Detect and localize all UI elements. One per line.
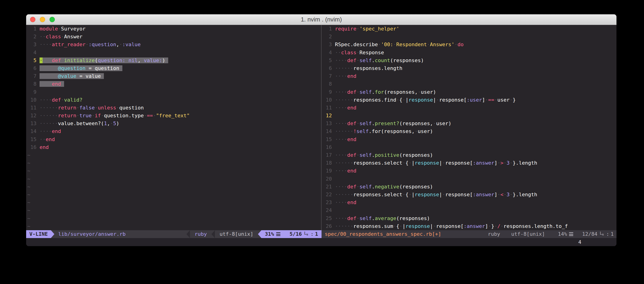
code-line-14[interactable]: 14 ······!self.for(responses,·user) [323, 128, 616, 135]
code-line-12[interactable]: 12 ······return·true·if·question.type·==… [27, 112, 321, 120]
line-number: 8 [323, 81, 335, 87]
code-line-25[interactable]: 25 ····def·self.average(responses) [323, 215, 616, 222]
line-number: 1 [27, 26, 40, 32]
code-line-14[interactable]: 14 ····end [27, 128, 321, 135]
tilde-marker: ~ [27, 176, 30, 182]
line-number: 13 [323, 121, 335, 126]
left-editor-pane[interactable]: 1 module·Surveyor 2 ··class·Answer 3 ···… [26, 25, 321, 230]
code-line-11[interactable]: 11 ····end [323, 104, 616, 112]
line-number: 18 [323, 160, 335, 166]
code-line-15[interactable]: 15 ····end [323, 136, 616, 143]
right-statusline: spec/00_respondents_answers_spec.rb[+] r… [322, 230, 616, 238]
line-number: 20 [323, 176, 335, 182]
tilde-marker: ~ [27, 184, 30, 190]
code-line-5[interactable]: 5 · def initialize(question: nil, value:… [27, 57, 321, 64]
code-line-5[interactable]: 5 ····def·self.count(responses) [323, 57, 616, 64]
window-title: 1. nvim . (nvim) [26, 14, 616, 25]
line-number: 10 [323, 97, 335, 103]
line-number: 16 [323, 144, 335, 150]
command-line[interactable]: 4 [26, 238, 616, 246]
code-line-4[interactable]: 4 [27, 49, 321, 57]
code-line-19[interactable]: 19 ····end [323, 167, 616, 175]
visual-selection: def initialize(question: nil, value:) [42, 57, 168, 63]
code-line-23[interactable]: 23 ····end [323, 199, 616, 206]
line-number: 13 [27, 121, 40, 126]
code-line-15[interactable]: 15 ··end [27, 136, 321, 143]
cursor-info-segment: 31%5/16LN: 1 [262, 230, 322, 238]
powerline-separator-icon [186, 230, 190, 238]
code-line-3[interactable]: 3 RSpec.describe·'00:·Respondent·Answers… [323, 41, 616, 48]
filler-line: ~ [27, 206, 321, 214]
visual-selection: end [40, 81, 64, 87]
code-line-10[interactable]: 10 ····def·valid? [27, 96, 321, 104]
tilde-marker: ~ [27, 215, 30, 221]
powerline-arrow-icon [258, 230, 262, 238]
window-titlebar[interactable]: 1. nvim . (nvim) [26, 14, 616, 25]
code-line-16[interactable]: 16 [323, 143, 616, 151]
code-line-2[interactable]: 2 [323, 33, 616, 41]
code-line-22[interactable]: 22 ······responses.select·{·|response|·r… [323, 191, 616, 199]
line-number: 9 [323, 89, 335, 95]
code-line-8[interactable]: 8 [323, 80, 616, 88]
right-editor-pane[interactable]: 1 require·'spec_helper' 2 3 RSpec.descri… [322, 25, 616, 230]
code-line-6[interactable]: 6 ······responses.length [323, 64, 616, 72]
line-number: 24 [323, 207, 335, 213]
line-number: 7 [323, 73, 335, 79]
code-line-9[interactable]: 9 [27, 88, 321, 96]
position-colon: : [606, 230, 609, 238]
code-line-18[interactable]: 18 ······responses.select·{·|response|·r… [323, 159, 616, 167]
filler-line: ~ [27, 159, 321, 167]
document-lines-icon [276, 232, 280, 236]
line-number: 16 [27, 144, 40, 150]
line-number: 2 [27, 34, 40, 39]
line-number: 8 [27, 81, 40, 87]
code-line-12[interactable]: 12 [323, 112, 616, 120]
line-number: 14 [323, 128, 335, 134]
code-line-13[interactable]: 13 ····def·self.present?(responses,·user… [323, 120, 616, 128]
line-number: 23 [323, 199, 335, 205]
code-line-4[interactable]: 4 ··class·Response [323, 49, 616, 57]
cursor-block: · [40, 57, 42, 63]
line-number: 4 [323, 50, 335, 55]
cursor-position-group: 12/84LN: 1 [582, 230, 614, 238]
code-line-24[interactable]: 24 [323, 206, 616, 214]
line-number: 14 [27, 128, 40, 134]
filler-line: ~ [27, 222, 321, 230]
pending-command-count: 4 [578, 239, 581, 245]
cursor-column: 1 [611, 230, 614, 238]
code-line-26[interactable]: 26 ······responses.sum·{·|response|·resp… [323, 222, 616, 230]
code-line-21[interactable]: 21 ····def·self.negative(responses) [323, 183, 616, 191]
line-number: 9 [27, 89, 40, 95]
code-line-6[interactable]: 6 @question = question [27, 64, 321, 72]
code-line-17[interactable]: 17 ····def·self.positive(responses) [323, 151, 616, 159]
code-line-2[interactable]: 2 ··class·Answer [27, 33, 321, 41]
tilde-marker: ~ [27, 207, 30, 213]
code-line-16[interactable]: 16 end [27, 143, 321, 151]
code-line-8[interactable]: 8 end [27, 80, 321, 88]
code-line-7[interactable]: 7 ····end [323, 72, 616, 80]
line-number: 12 [27, 113, 40, 119]
tilde-marker: ~ [27, 152, 30, 158]
line-number: 3 [27, 42, 40, 47]
line-number: 17 [323, 152, 335, 158]
encoding-label: utf-8[unix] [511, 230, 545, 238]
code-line-3[interactable]: 3 ····attr_reader·:question,·:value [27, 41, 321, 48]
code-line-11[interactable]: 11 ······return·false·unless·question [27, 104, 321, 112]
code-line-13[interactable]: 13 ······value.between?(1,·5) [27, 120, 321, 128]
cursor-position: 5/16 [290, 230, 302, 238]
code-line-1[interactable]: 1 module·Surveyor [27, 25, 321, 33]
code-line-1[interactable]: 1 require·'spec_helper' [323, 25, 616, 33]
code-line-7[interactable]: 7 @value = value [27, 72, 321, 80]
line-number: 11 [323, 105, 335, 111]
line-number-icon: LN [304, 229, 308, 239]
code-line-10[interactable]: 10 ······responses.find·{·|response|·res… [323, 96, 616, 104]
line-number: 12 [323, 113, 335, 119]
filler-line: ~ [27, 191, 321, 199]
position-colon: : [311, 230, 314, 238]
left-statusline: V-LINE lib/surveyor/answer.rb ruby utf-8… [26, 230, 322, 238]
filler-line: ~ [27, 167, 321, 175]
code-line-20[interactable]: 20 [323, 175, 616, 183]
inactive-file-path: spec/00_respondents_answers_spec.rb[+] [322, 230, 441, 238]
tilde-marker: ~ [27, 192, 30, 197]
code-line-9[interactable]: 9 ····def·self.for(responses,·user) [323, 88, 616, 96]
